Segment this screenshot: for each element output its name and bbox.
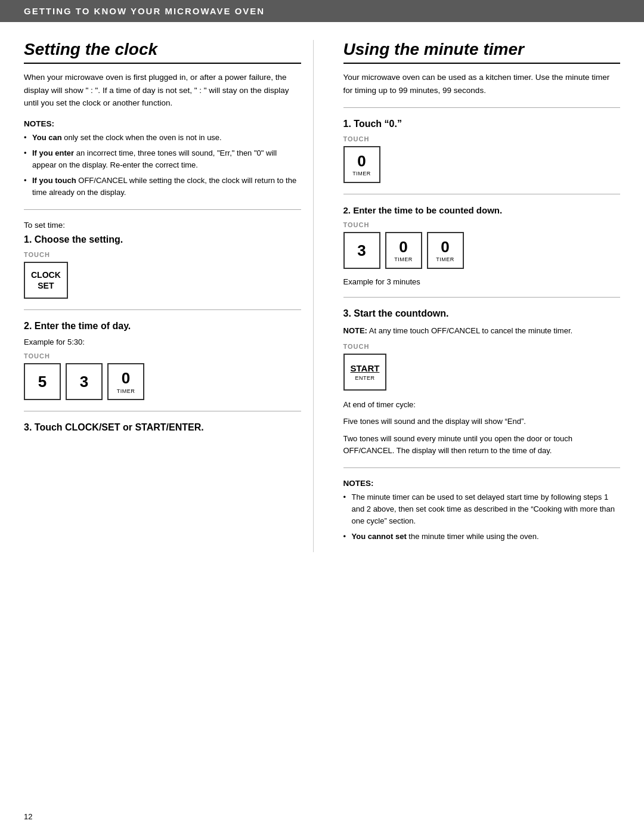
divider-1 [24, 209, 301, 210]
at-end-para-2: Two tones will sound every minute until … [343, 433, 621, 457]
right-divider-3 [343, 297, 621, 298]
left-note-3: If you touch OFF/CANCEL while setting th… [24, 175, 301, 199]
right-divider-4 [343, 467, 621, 468]
left-step2-touch: TOUCH [24, 352, 301, 360]
right-step1-button-row: 0 TIMER [343, 146, 621, 183]
right-key-3[interactable]: 3 [343, 232, 380, 269]
key-5[interactable]: 5 [24, 363, 61, 400]
at-end-label: At end of timer cycle: [343, 399, 621, 411]
left-section-title: Setting the clock [24, 40, 301, 64]
header-banner: GETTING TO KNOW YOUR MICROWAVE OVEN [0, 0, 644, 22]
left-step2-example: Example for 5:30: [24, 337, 301, 346]
header-title: GETTING TO KNOW YOUR MICROWAVE OVEN [24, 6, 265, 16]
content-area: Setting the clock When your microwave ov… [0, 40, 644, 552]
right-key-3-text: 3 [357, 242, 366, 259]
key-3-text: 3 [80, 373, 88, 391]
divider-2 [24, 309, 301, 310]
right-step2-touch: TOUCH [343, 221, 621, 228]
right-section-intro: Your microwave oven can be used as a kit… [343, 71, 621, 97]
right-key-0-main: 0 [357, 153, 366, 170]
right-step3-heading: 3. Start the countdown. [343, 308, 621, 319]
right-notes-list: The minute timer can be used to set dela… [343, 491, 621, 543]
left-column: Setting the clock When your microwave ov… [24, 40, 314, 552]
key-0-timer[interactable]: 0 TIMER [107, 363, 144, 400]
right-key-0b-main: 0 [441, 239, 449, 256]
start-enter-button[interactable]: START ENTER [343, 354, 387, 391]
left-step1-button-row: CLOCKSET [24, 262, 301, 299]
right-divider-2 [343, 194, 621, 194]
left-step2-button-row: 5 3 0 TIMER [24, 363, 301, 400]
key-5-text: 5 [38, 373, 47, 391]
right-key-0a-main: 0 [399, 239, 407, 256]
left-notes-list: You can only set the clock when the oven… [24, 132, 301, 199]
right-step1-heading: 1. Touch “0.” [343, 119, 621, 129]
left-step1-touch: TOUCH [24, 251, 301, 258]
clock-set-button-text: CLOCKSET [31, 270, 61, 291]
right-section-title: Using the minute timer [343, 40, 621, 64]
page: GETTING TO KNOW YOUR MICROWAVE OVEN Sett… [0, 0, 644, 833]
left-step1-heading: 1. Choose the setting. [24, 234, 301, 245]
right-step3-button-row: START ENTER [343, 354, 621, 391]
right-step3-touch: TOUCH [343, 343, 621, 350]
right-step1-touch: TOUCH [343, 135, 621, 143]
right-step2-button-row: 3 0 TIMER 0 TIMER [343, 232, 621, 269]
right-step2-heading: 2. Enter the time to be counted down. [343, 205, 621, 215]
key-0-timer-sub: TIMER [117, 388, 135, 394]
start-button-sub: ENTER [355, 375, 374, 381]
divider-3 [24, 411, 301, 411]
right-key-0b-sub: TIMER [436, 256, 454, 262]
left-note-2: If you enter an incorrect time, three to… [24, 147, 301, 171]
right-divider-1 [343, 107, 621, 108]
at-end-para-1: Five tones will sound and the display wi… [343, 416, 621, 428]
left-section-intro: When your microwave oven is first plugge… [24, 71, 301, 110]
subsection-label: To set time: [24, 221, 301, 230]
right-step2-example: Example for 3 minutes [343, 277, 621, 286]
right-key-0a-sub: TIMER [394, 256, 413, 262]
clock-set-button[interactable]: CLOCKSET [24, 262, 68, 299]
right-note-1: The minute timer can be used to set dela… [343, 491, 621, 527]
left-step2-heading: 2. Enter the time of day. [24, 321, 301, 332]
right-step3-note: NOTE: At any time touch OFF/CANCEL to ca… [343, 325, 621, 337]
right-key-0-timer[interactable]: 0 TIMER [343, 146, 380, 183]
right-key-0-sub: TIMER [352, 171, 371, 176]
right-key-0a[interactable]: 0 TIMER [385, 232, 422, 269]
left-step3-heading: 3. Touch CLOCK/SET or START/ENTER. [24, 422, 301, 433]
right-column: Using the minute timer Your microwave ov… [338, 40, 621, 552]
key-0-timer-main: 0 [122, 370, 130, 387]
right-key-0b[interactable]: 0 TIMER [427, 232, 464, 269]
left-notes-label: NOTES: [24, 119, 301, 128]
right-notes-label: NOTES: [343, 479, 621, 488]
page-number: 12 [24, 812, 32, 821]
key-3[interactable]: 3 [66, 363, 103, 400]
start-button-main: START [351, 364, 380, 374]
at-end-section: At end of timer cycle: Five tones will s… [343, 399, 621, 457]
left-note-1: You can only set the clock when the oven… [24, 132, 301, 144]
right-note-2: You cannot set the minute timer while us… [343, 531, 621, 543]
